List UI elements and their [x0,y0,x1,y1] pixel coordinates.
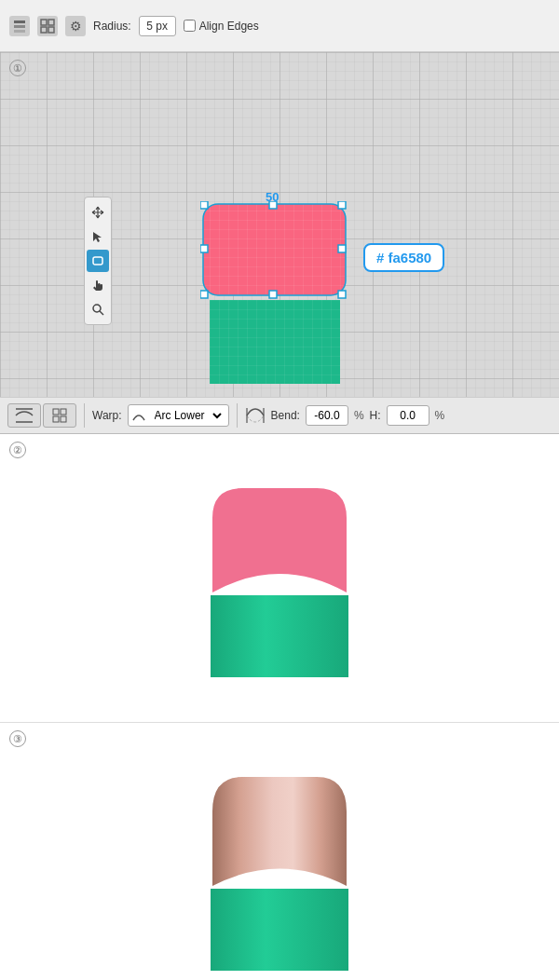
separator-2 [237,403,238,428]
h-label: H: [370,409,381,422]
warp-label: Warp: [92,409,122,422]
selection-outline [200,201,349,299]
top-toolbar: ⚙ Radius: Align Edges [0,0,559,52]
h-value-input[interactable] [387,405,429,426]
preview2-pink-svg [205,481,354,592]
pink-shape-wrapper [200,201,349,302]
warp-grid-btn[interactable] [43,403,76,428]
preview3-pink-svg [205,769,354,886]
preview2-green-svg [211,595,348,679]
green-shape-wrapper [210,300,349,391]
svg-rect-30 [61,416,66,422]
radius-label: Radius: [93,20,131,33]
svg-rect-21 [338,245,346,252]
align-edges-label: Align Edges [199,20,259,33]
svg-line-12 [100,311,103,315]
svg-rect-3 [41,20,47,25]
canvas-area: ① 50 [0,52,559,397]
bend-icon [245,405,266,426]
tool-panel [84,197,112,325]
canvas-number-1: ① [9,60,26,76]
warp-style-select[interactable]: Arc Lower Arc Arc Upper Arch [147,405,225,426]
align-edges-wrap: Align Edges [184,20,259,33]
settings-icon[interactable]: ⚙ [65,16,86,36]
move-tool-btn[interactable] [87,201,109,224]
svg-rect-28 [61,409,66,415]
svg-point-11 [93,305,101,312]
h-unit: % [435,409,445,422]
zoom-tool-btn[interactable] [87,298,109,320]
svg-rect-20 [200,245,208,252]
svg-rect-0 [14,20,25,23]
svg-rect-26 [210,300,340,384]
warp-mode-btn[interactable] [7,403,41,428]
svg-rect-16 [200,291,208,298]
section-number-3: ③ [9,730,26,747]
warp-toolbar: Warp: Arc Lower Arc Arc Upper Arch Bend:… [0,397,559,434]
preview-section-3: ③ [0,723,559,980]
svg-rect-29 [53,416,59,422]
svg-rect-6 [48,27,54,33]
hand-tool-btn[interactable] [87,274,109,296]
shape-group [200,201,349,391]
svg-rect-2 [14,30,25,33]
color-badge[interactable]: # fa6580 [363,243,444,272]
radius-input[interactable] [139,16,176,36]
svg-rect-33 [211,595,348,677]
svg-rect-5 [41,27,47,33]
preview3-green-shape [211,889,348,975]
svg-rect-13 [203,204,346,295]
svg-rect-27 [53,409,59,415]
svg-rect-4 [48,20,54,25]
svg-rect-19 [269,291,277,298]
select-tool-btn[interactable] [87,225,109,248]
section-number-2: ② [9,442,26,458]
svg-rect-15 [338,201,346,209]
svg-rect-1 [14,25,25,28]
preview-section-2: ② [0,434,559,723]
svg-rect-17 [338,291,346,298]
svg-rect-34 [211,889,348,971]
warp-style-selector[interactable]: Arc Lower Arc Arc Upper Arch [128,404,229,427]
svg-rect-10 [93,257,102,265]
preview2-pink-shape [205,481,354,595]
green-rect [210,300,340,388]
layers-icon[interactable] [9,16,30,36]
preview3-pink-shape [205,769,354,889]
separator-1 [84,403,85,428]
align-edges-checkbox[interactable] [184,20,196,32]
arrange-icon[interactable] [37,16,58,36]
svg-rect-14 [200,201,208,209]
preview3-green-svg [211,889,348,973]
bend-label: Bend: [271,409,300,422]
bend-unit: % [354,409,364,422]
preview2-green-shape [211,595,348,682]
rectangle-tool-btn[interactable] [87,250,109,272]
bend-value-input[interactable] [306,405,348,426]
svg-rect-18 [269,201,277,209]
